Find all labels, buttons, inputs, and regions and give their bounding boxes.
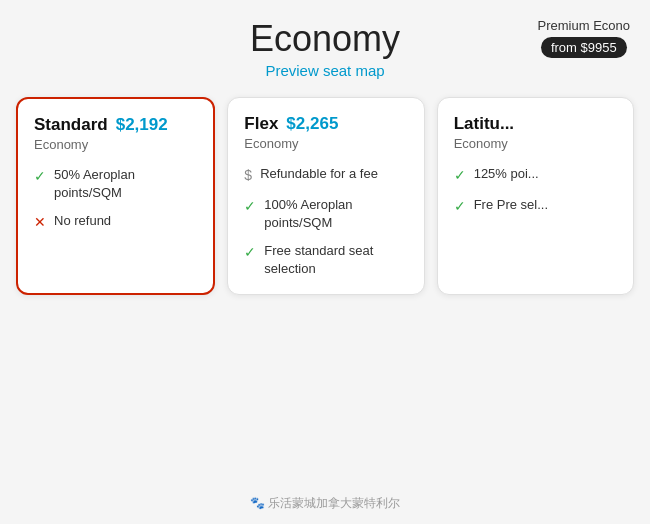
feature-text: Fre Pre sel... [474, 196, 617, 214]
card-header-standard: Standard$2,192 [34, 115, 197, 135]
watermark: 🐾 乐活蒙城加拿大蒙特利尔 [250, 495, 400, 512]
card-price-standard: $2,192 [116, 115, 168, 135]
card-name-flex: Flex [244, 114, 278, 134]
card-name-standard: Standard [34, 115, 108, 135]
premium-price: from $9955 [541, 37, 627, 58]
card-name-latitude: Latitu... [454, 114, 514, 134]
check-icon: ✓ [34, 167, 46, 187]
feature-item: ✓100% Aeroplan points/SQM [244, 196, 407, 232]
dollar-icon: $ [244, 166, 252, 186]
feature-text: Refundable for a fee [260, 165, 408, 183]
card-type-flex: Economy [244, 136, 407, 151]
economy-title: Economy [250, 18, 400, 60]
check-icon: ✓ [244, 243, 256, 263]
card-type-standard: Economy [34, 137, 197, 152]
premium-badge: Premium Econo from $9955 [538, 18, 630, 58]
fare-card-latitude[interactable]: Latitu...Economy✓125% poi...✓Fre Pre sel… [437, 97, 634, 295]
card-header-flex: Flex$2,265 [244, 114, 407, 134]
page-header: Economy Preview seat map Premium Econo f… [0, 0, 650, 89]
fare-card-standard[interactable]: Standard$2,192Economy✓50% Aeroplan point… [16, 97, 215, 295]
check-icon: ✓ [454, 166, 466, 186]
feature-item: ✓50% Aeroplan points/SQM [34, 166, 197, 202]
fare-card-flex[interactable]: Flex$2,265Economy$Refundable for a fee✓1… [227, 97, 424, 295]
feature-text: 100% Aeroplan points/SQM [264, 196, 407, 232]
check-icon: ✓ [244, 197, 256, 217]
feature-text: 50% Aeroplan points/SQM [54, 166, 197, 202]
feature-list-standard: ✓50% Aeroplan points/SQM✕No refund [34, 166, 197, 233]
feature-item: ✓Fre Pre sel... [454, 196, 617, 217]
premium-label: Premium Econo [538, 18, 630, 33]
feature-item: ✕No refund [34, 212, 197, 233]
feature-text: Free standard seat selection [264, 242, 407, 278]
feature-list-flex: $Refundable for a fee✓100% Aeroplan poin… [244, 165, 407, 278]
fare-cards-container: Standard$2,192Economy✓50% Aeroplan point… [0, 89, 650, 303]
card-type-latitude: Economy [454, 136, 617, 151]
card-price-flex: $2,265 [286, 114, 338, 134]
feature-list-latitude: ✓125% poi...✓Fre Pre sel... [454, 165, 617, 216]
feature-text: 125% poi... [474, 165, 617, 183]
feature-item: ✓125% poi... [454, 165, 617, 186]
card-header-latitude: Latitu... [454, 114, 617, 134]
check-icon: ✓ [454, 197, 466, 217]
feature-item: ✓Free standard seat selection [244, 242, 407, 278]
feature-item: $Refundable for a fee [244, 165, 407, 186]
preview-seat-map-link[interactable]: Preview seat map [265, 62, 384, 79]
x-icon: ✕ [34, 213, 46, 233]
feature-text: No refund [54, 212, 197, 230]
